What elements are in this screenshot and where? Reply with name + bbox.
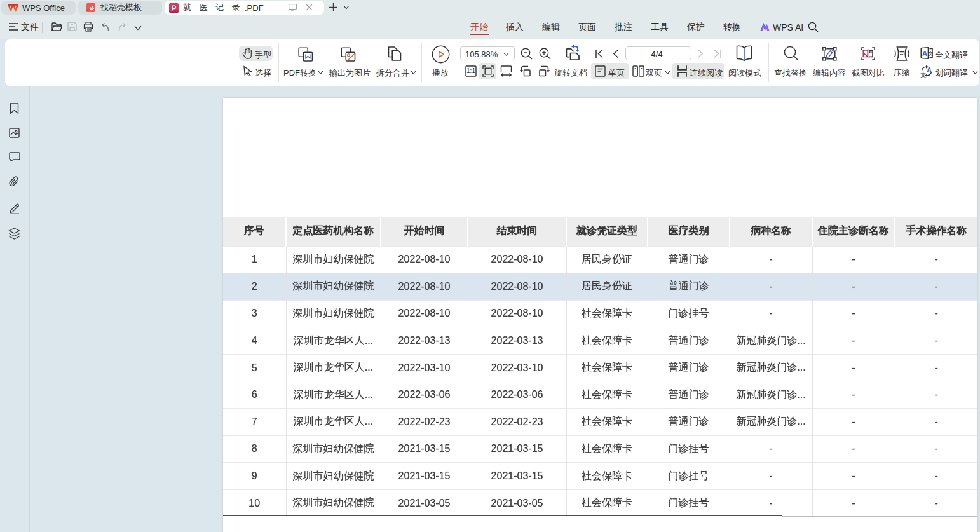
svg-text:文: 文 [928,50,934,57]
svg-text:A: A [922,50,927,57]
svg-text:文: 文 [920,72,926,78]
svg-text:1:1: 1:1 [466,67,475,74]
svg-text:A: A [927,66,932,74]
